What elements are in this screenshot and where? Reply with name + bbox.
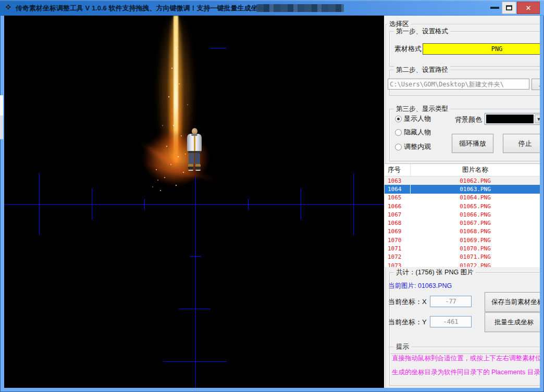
row-filename: 01064.PNG bbox=[411, 194, 540, 202]
crosshair-line bbox=[92, 188, 92, 220]
browse-label: . . . bbox=[539, 82, 540, 87]
header-name: 图片名称 bbox=[411, 164, 540, 176]
row-filename: 01067.PNG bbox=[411, 219, 540, 227]
row-index: 1063 bbox=[385, 176, 411, 185]
sprite-collar bbox=[191, 134, 197, 136]
table-row[interactable]: 106901068.PNG bbox=[385, 227, 540, 236]
step1-title: 第一步、设置格式 bbox=[394, 27, 450, 36]
row-index: 1072 bbox=[385, 253, 411, 261]
crosshair-line bbox=[39, 173, 40, 235]
preview-canvas[interactable] bbox=[4, 16, 384, 388]
close-button[interactable]: ✕ bbox=[517, 2, 540, 14]
maximize-button[interactable] bbox=[502, 2, 516, 14]
table-row[interactable]: 106801067.PNG bbox=[385, 219, 540, 227]
table-row[interactable]: 107101070.PNG bbox=[385, 244, 540, 252]
row-index: 1069 bbox=[385, 227, 411, 236]
row-index: 1073 bbox=[385, 261, 411, 267]
stop-button[interactable]: 停止 bbox=[503, 134, 540, 153]
background-window-sliver bbox=[0, 95, 3, 140]
browse-button[interactable]: . . . bbox=[531, 79, 540, 90]
app-window: ❖ 传奇素材坐标调整工具 V 1.0.6 软件支持拖拽、方向键微调！支持一键批量… bbox=[0, 0, 544, 392]
format-combobox[interactable]: PNG bbox=[423, 43, 540, 55]
row-index: 1071 bbox=[385, 244, 411, 252]
chevron-down-icon: ▼ bbox=[535, 115, 540, 123]
row-index: 1070 bbox=[385, 236, 411, 244]
radio-show-character[interactable]: 显示人物 bbox=[395, 114, 431, 123]
app-icon: ❖ bbox=[5, 3, 11, 12]
table-row[interactable]: 106401063.PNG bbox=[385, 185, 540, 193]
radio-label: 调整内观 bbox=[404, 142, 431, 151]
table-row[interactable]: 107001069.PNG bbox=[385, 236, 540, 244]
crosshair-line bbox=[248, 199, 249, 210]
row-filename: 01063.PNG bbox=[411, 185, 540, 193]
row-index: 1066 bbox=[385, 202, 411, 210]
coord-y-input[interactable] bbox=[430, 316, 472, 327]
table-row[interactable]: 106701066.PNG bbox=[385, 210, 540, 219]
header-index: 序号 bbox=[385, 164, 411, 176]
crosshair-line bbox=[179, 309, 211, 309]
format-value: PNG bbox=[491, 45, 503, 53]
row-filename: 01072.PNG bbox=[411, 261, 540, 267]
crosshair-line bbox=[144, 199, 145, 210]
window-title: 传奇素材坐标调整工具 V 1.0.6 软件支持拖拽、方向键微调！支持一键批量生成… bbox=[16, 4, 271, 13]
sprite-boot bbox=[195, 164, 201, 171]
path-field[interactable]: C:\Users\GOM\Desktop\新建文件夹\ bbox=[388, 79, 529, 90]
sprite-leg bbox=[195, 153, 200, 165]
minimize-button[interactable] bbox=[490, 7, 499, 9]
radio-icon bbox=[395, 129, 402, 136]
hint-groupbox: 提示 bbox=[389, 347, 540, 386]
radio-hide-character[interactable]: 隐藏人物 bbox=[395, 128, 431, 137]
step3-title: 第三步、显示类型 bbox=[394, 105, 450, 113]
table-row[interactable]: 107301072.PNG bbox=[385, 261, 540, 267]
fire-sparkles bbox=[176, 47, 177, 48]
save-coords-label: 保存当前素材坐标 bbox=[491, 298, 540, 307]
crosshair-line bbox=[4, 204, 384, 205]
radio-icon bbox=[395, 116, 402, 122]
summary-title: 共计：(1756) 张 PNG 图片 bbox=[394, 268, 476, 277]
sprite-leg bbox=[189, 153, 194, 165]
sprite-boot bbox=[188, 164, 193, 171]
table-row[interactable]: 106601065.PNG bbox=[385, 202, 540, 210]
bg-color-swatch bbox=[486, 115, 534, 123]
table-row[interactable]: 106301062.PNG bbox=[385, 176, 540, 185]
hint-line-2: 生成的坐标目录为软件同目录下的 Placements 目录里 bbox=[392, 368, 540, 377]
row-filename: 01066.PNG bbox=[411, 210, 540, 219]
format-label: 素材格式 bbox=[394, 44, 422, 54]
maximize-icon bbox=[506, 5, 512, 10]
radio-adjust-view[interactable]: 调整内观 bbox=[395, 142, 431, 151]
image-table: 序号 图片名称 106301062.PNG106401063.PNG106501… bbox=[385, 163, 540, 267]
row-index: 1068 bbox=[385, 219, 411, 227]
table-header: 序号 图片名称 bbox=[385, 164, 540, 176]
row-index: 1065 bbox=[385, 194, 411, 202]
crosshair-line bbox=[353, 173, 354, 235]
table-row[interactable]: 107201071.PNG bbox=[385, 253, 540, 261]
crosshair-line bbox=[301, 188, 301, 220]
title-bar[interactable]: ❖ 传奇素材坐标调整工具 V 1.0.6 软件支持拖拽、方向键微调！支持一键批量… bbox=[0, 0, 544, 16]
redacted-text-block bbox=[256, 4, 344, 12]
character-sprite[interactable] bbox=[185, 127, 204, 173]
row-filename: 01065.PNG bbox=[411, 202, 540, 210]
table-body: 106301062.PNG106401063.PNG106501064.PNG1… bbox=[385, 176, 540, 267]
step2-title: 第二步、设置路径 bbox=[394, 66, 450, 74]
save-coords-button[interactable]: 保存当前素材坐标 bbox=[485, 292, 540, 312]
loop-play-label: 循环播放 bbox=[459, 139, 486, 148]
radio-icon bbox=[395, 144, 402, 150]
table-row[interactable]: 106501064.PNG bbox=[385, 194, 540, 202]
batch-generate-button[interactable]: 批量生成坐标 bbox=[485, 312, 540, 332]
control-panel: 选择区 第一步、设置格式 素材格式 PNG 第二步、设置路径 C:\Users\… bbox=[384, 16, 540, 388]
radio-label: 显示人物 bbox=[404, 114, 431, 123]
bg-color-combobox[interactable]: ▼ bbox=[485, 113, 540, 125]
row-filename: 01070.PNG bbox=[411, 244, 540, 252]
hint-line-1: 直接拖动鼠标到合适位置，或按上下左右调整素材位置 bbox=[392, 354, 540, 363]
row-filename: 01062.PNG bbox=[411, 176, 540, 185]
coord-x-input[interactable] bbox=[430, 296, 472, 307]
row-filename: 01069.PNG bbox=[411, 236, 540, 244]
crosshair-line bbox=[163, 361, 227, 362]
loop-play-button[interactable]: 循环播放 bbox=[452, 134, 493, 153]
batch-generate-label: 批量生成坐标 bbox=[494, 318, 534, 327]
crosshair-line bbox=[195, 177, 196, 388]
close-icon: ✕ bbox=[526, 4, 531, 12]
path-value: C:\Users\GOM\Desktop\新建文件夹\ bbox=[390, 81, 504, 88]
coord-x-label: 当前坐标：X bbox=[388, 297, 427, 307]
bg-color-label: 背景颜色 bbox=[455, 115, 482, 124]
